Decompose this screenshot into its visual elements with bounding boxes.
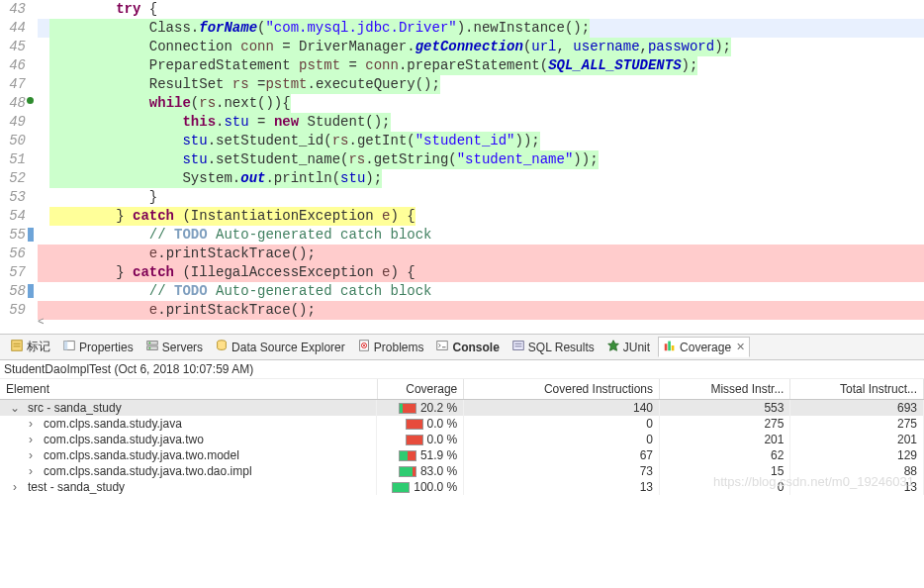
missed-instructions: 201 (659, 432, 789, 447)
expand-icon[interactable]: › (26, 417, 36, 431)
console-icon (435, 339, 449, 355)
tab-label: Coverage (680, 341, 731, 354)
coverage-percent: 0.0 % (427, 417, 458, 431)
svg-rect-14 (672, 345, 675, 350)
line-gutter: 4344454647484950515253545556575859 (0, 0, 36, 320)
properties-icon (62, 339, 76, 355)
expand-icon[interactable]: › (26, 464, 36, 478)
tab-markers[interactable]: 标记 (6, 338, 54, 356)
coverage-session-label: StudentDaoImplTest (Oct 6, 2018 10:07:59… (0, 360, 924, 379)
covered-instructions: 0 (464, 416, 660, 432)
view-tabstrip: 标记PropertiesServersData Source ExplorerP… (0, 334, 924, 360)
missed-instructions: 275 (659, 416, 789, 432)
code-line[interactable]: e.printStackTrace(); (38, 245, 924, 263)
snippets-icon (357, 339, 371, 355)
coverage-percent: 100.0 % (414, 480, 457, 494)
tab-properties[interactable]: Properties (58, 338, 138, 356)
code-line[interactable]: stu.setStudent_name(rs.getString("studen… (38, 150, 924, 169)
tab-label: Console (452, 341, 499, 354)
covered-instructions: 140 (464, 400, 660, 417)
svg-rect-0 (12, 341, 23, 351)
tab-sql[interactable]: SQL Results (508, 338, 599, 356)
column-header[interactable]: Covered Instructions (464, 379, 660, 400)
expand-icon[interactable]: › (10, 480, 20, 494)
table-row[interactable]: ›com.clps.sanda.study.java.two0.0 %02012… (0, 432, 924, 447)
breakpoint-icon[interactable] (27, 97, 34, 104)
coverage-bar-icon (406, 419, 423, 430)
tab-servers[interactable]: Servers (141, 338, 207, 356)
svg-rect-2 (64, 342, 68, 350)
element-name: com.clps.sanda.study.java (44, 417, 182, 431)
code-line[interactable]: this.stu = new Student(); (38, 113, 924, 132)
code-line[interactable]: ResultSet rs =pstmt.executeQuery(); (38, 75, 924, 94)
svg-point-5 (148, 343, 150, 344)
covered-instructions: 0 (464, 432, 660, 447)
coverage-percent: 20.2 % (420, 401, 457, 415)
code-line[interactable]: while(rs.next()){ (38, 94, 924, 113)
table-row[interactable]: ›com.clps.sanda.study.java.two.model51.9… (0, 447, 924, 463)
expand-icon[interactable]: › (26, 433, 36, 446)
coverage-percent: 83.0 % (420, 464, 457, 478)
coverage-table[interactable]: ElementCoverageCovered InstructionsMisse… (0, 379, 924, 495)
code-line[interactable]: } (38, 188, 924, 207)
coverage-percent: 51.9 % (420, 448, 457, 462)
svg-rect-11 (513, 342, 524, 350)
coverage-bar-icon (399, 450, 416, 461)
svg-rect-4 (146, 346, 157, 350)
table-row[interactable]: ›com.clps.sanda.study.java.two.dao.impl8… (0, 463, 924, 479)
svg-point-6 (148, 347, 150, 349)
code-line[interactable]: e.printStackTrace(); (38, 301, 924, 320)
column-header[interactable]: Missed Instr... (659, 379, 789, 400)
task-marker-icon[interactable] (28, 284, 34, 298)
tab-console[interactable]: Console (431, 338, 503, 356)
table-row[interactable]: ›test - sanda_study100.0 %13013 (0, 479, 924, 495)
total-instructions: 13 (790, 479, 924, 495)
svg-rect-3 (146, 342, 157, 345)
code-line[interactable]: Connection conn = DriverManager.getConne… (38, 38, 924, 56)
coverage-icon (663, 339, 677, 355)
tab-coverage[interactable]: Coverage✕ (658, 337, 750, 357)
coverage-bar-icon (399, 403, 416, 414)
tab-datasource[interactable]: Data Source Explorer (211, 338, 349, 356)
markers-icon (10, 339, 24, 355)
code-line[interactable]: stu.setStudent_id(rs.getInt("student_id"… (38, 132, 924, 150)
total-instructions: 275 (790, 416, 924, 432)
code-line[interactable]: System.out.println(stu); (38, 169, 924, 188)
column-header[interactable]: Element (0, 379, 377, 400)
task-marker-icon[interactable] (28, 228, 34, 242)
svg-rect-10 (437, 342, 448, 350)
expand-icon[interactable]: › (26, 448, 36, 462)
close-icon[interactable]: ✕ (734, 342, 745, 352)
tab-label: Problems (374, 341, 424, 354)
code-line[interactable]: PreparedStatement pstmt = conn.prepareSt… (38, 56, 924, 75)
sql-icon (511, 339, 525, 355)
missed-instructions: 62 (659, 447, 789, 463)
tab-label: Properties (79, 341, 134, 354)
expand-icon[interactable]: ⌄ (10, 401, 20, 415)
element-name: src - sanda_study (28, 401, 122, 415)
column-header[interactable]: Total Instruct... (790, 379, 924, 400)
total-instructions: 201 (790, 432, 924, 447)
missed-instructions: 0 (659, 479, 789, 495)
horizontal-scroll-hint[interactable]: < (38, 313, 45, 332)
covered-instructions: 13 (464, 479, 660, 495)
coverage-bar-icon (399, 466, 416, 477)
servers-icon (145, 339, 159, 355)
table-row[interactable]: ›com.clps.sanda.study.java0.0 %0275275 (0, 416, 924, 432)
tab-snippets[interactable]: Problems (353, 338, 428, 356)
code-line[interactable]: Class.forName("com.mysql.jdbc.Driver").n… (38, 19, 924, 38)
code-line[interactable]: try { (38, 0, 924, 19)
datasource-icon (215, 339, 229, 355)
column-header[interactable]: Coverage (377, 379, 464, 400)
total-instructions: 88 (790, 463, 924, 479)
tab-label: SQL Results (528, 341, 595, 354)
table-row[interactable]: ⌄src - sanda_study20.2 %140553693 (0, 400, 924, 417)
element-name: com.clps.sanda.study.java.two.dao.impl (44, 464, 252, 478)
tab-junit[interactable]: JUnit (602, 338, 654, 356)
code-line[interactable]: } catch (IllegalAccessException e) { (38, 263, 924, 282)
code-line[interactable]: // TODO Auto-generated catch block (38, 282, 924, 301)
code-line[interactable]: } catch (InstantiationException e) { (38, 207, 924, 226)
code-line[interactable]: // TODO Auto-generated catch block (38, 226, 924, 245)
code-editor[interactable]: 4344454647484950515253545556575859 try {… (0, 0, 924, 334)
svg-rect-13 (668, 342, 671, 351)
